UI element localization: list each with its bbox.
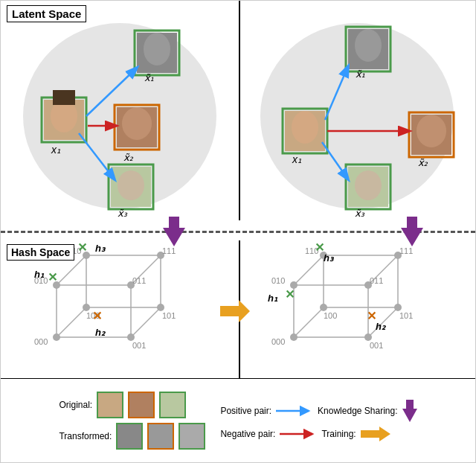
separator-section: [1, 220, 475, 240]
svg-text:100: 100: [324, 311, 337, 320]
svg-point-56: [127, 333, 135, 341]
latent-space-label: Latent Space: [7, 5, 86, 22]
latent-space-section: Latent Space x₁ x̃₁: [1, 1, 475, 220]
svg-line-51: [57, 307, 86, 337]
right-hash-panel: 000 001 010 011 100 101 110 111 ✕ h₁ ✕ h…: [238, 240, 475, 378]
svg-text:x̃₃: x̃₃: [355, 208, 365, 219]
svg-text:h₂: h₂: [95, 327, 106, 338]
svg-point-60: [157, 304, 164, 311]
original-label: Original:: [59, 400, 92, 410]
svg-text:011: 011: [132, 276, 146, 285]
hash-space-label: Hash Space: [7, 244, 74, 261]
legend-face-2: [128, 392, 155, 418]
svg-text:h₃: h₃: [95, 243, 106, 254]
svg-text:001: 001: [370, 341, 383, 350]
svg-point-28: [355, 29, 382, 62]
svg-point-94: [320, 304, 327, 311]
svg-text:✕: ✕: [92, 310, 102, 322]
negative-pair-label: Negative pair:: [220, 429, 275, 439]
svg-point-16: [118, 170, 144, 200]
transformed-label: Transformed:: [59, 431, 112, 441]
svg-text:x̃₁: x̃₁: [356, 68, 365, 80]
knowledge-sharing-arrow-left: [163, 217, 185, 249]
svg-point-12: [122, 107, 152, 140]
svg-point-55: [53, 333, 60, 341]
svg-text:h₁: h₁: [34, 269, 45, 280]
negative-pair-row: Negative pair: Training:: [220, 427, 416, 441]
svg-text:011: 011: [370, 276, 383, 285]
left-latent-svg: x₁ x̃₁ x̃₂ x̃₃: [4, 1, 235, 220]
positive-pair-row: Positive pair: Knowledge Sharing:: [220, 400, 416, 422]
svg-text:001: 001: [132, 341, 146, 350]
svg-text:x̃₃: x̃₃: [118, 208, 128, 219]
training-arrow: [220, 300, 250, 325]
svg-marker-115: [361, 427, 390, 441]
svg-point-36: [355, 170, 382, 200]
svg-marker-77: [220, 300, 250, 322]
svg-point-59: [83, 304, 90, 311]
legend-faces-col: Original: Transformed:: [59, 392, 205, 450]
right-latent-svg: x₁ x̃₁ x̃₂ x̃₃: [242, 1, 472, 220]
svg-text:101: 101: [162, 311, 176, 320]
svg-line-52: [131, 307, 161, 337]
svg-point-8: [144, 33, 170, 66]
left-latent-panel: x₁ x̃₁ x̃₂ x̃₃: [1, 1, 238, 220]
legend-face-1: [97, 392, 123, 418]
svg-point-91: [364, 333, 372, 341]
svg-text:000: 000: [271, 337, 285, 346]
svg-line-86: [294, 307, 324, 337]
knowledge-sharing-label: Knowledge Sharing:: [318, 406, 397, 416]
svg-marker-42: [401, 217, 423, 246]
legend-arrows-col: Positive pair: Knowledge Sharing: Negati…: [220, 400, 416, 441]
svg-marker-41: [163, 217, 185, 246]
legend-transformed-1: [116, 423, 143, 450]
positive-pair-label: Positive pair:: [220, 406, 271, 416]
svg-text:x₁: x₁: [292, 153, 302, 165]
left-cube-svg: 000 001 010 011 100 101 110 111 ✕ h₁ ✕ h…: [12, 240, 228, 378]
left-hash-panel: 000 001 010 011 100 101 110 111 ✕ h₁ ✕ h…: [1, 240, 238, 378]
transformed-row: Transformed:: [59, 423, 205, 450]
svg-text:✕: ✕: [77, 241, 87, 254]
original-row: Original:: [59, 392, 205, 418]
svg-point-32: [416, 115, 446, 147]
svg-text:h₃: h₃: [324, 252, 335, 264]
training-label: Training:: [321, 429, 356, 439]
legend-face-3: [159, 392, 186, 418]
svg-rect-4: [53, 90, 75, 105]
legend-section: Original: Transformed: Positive pair:: [1, 378, 475, 462]
svg-text:✕: ✕: [48, 271, 57, 284]
main-container: Latent Space x₁ x̃₁: [0, 0, 476, 463]
svg-point-95: [394, 304, 402, 311]
svg-text:x̃₁: x̃₁: [144, 72, 154, 83]
svg-point-24: [292, 111, 318, 144]
svg-text:x₁: x₁: [51, 144, 61, 156]
svg-text:x̃₂: x̃₂: [123, 152, 134, 163]
legend-transformed-3: [178, 423, 205, 450]
svg-point-90: [290, 333, 298, 341]
svg-text:✕: ✕: [285, 288, 295, 301]
knowledge-sharing-arrow-right: [401, 217, 423, 249]
svg-text:x̃₂: x̃₂: [418, 157, 428, 168]
svg-text:h₂: h₂: [376, 321, 387, 332]
hash-space-section: Hash Space: [1, 240, 475, 378]
svg-text:010: 010: [271, 276, 285, 285]
svg-text:000: 000: [34, 337, 48, 346]
right-latent-panel: x₁ x̃₁ x̃₂ x̃₃: [238, 1, 475, 220]
svg-text:h₁: h₁: [268, 293, 278, 304]
legend-transformed-2: [147, 423, 174, 450]
right-cube-svg: 000 001 010 011 100 101 110 111 ✕ h₁ ✕ h…: [249, 240, 465, 378]
svg-marker-113: [402, 400, 417, 422]
legend-inner: Original: Transformed: Positive pair:: [59, 392, 416, 450]
svg-text:101: 101: [399, 311, 413, 320]
svg-line-88: [294, 255, 324, 285]
